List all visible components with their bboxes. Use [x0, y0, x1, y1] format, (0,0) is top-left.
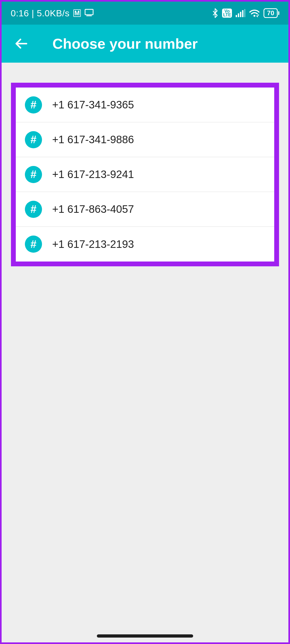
number-row[interactable]: # +1 617-863-4057 [16, 192, 274, 227]
hash-icon: # [25, 131, 42, 148]
device-frame: 0:16 | 5.0KB/s M Vo LTE [0, 0, 290, 644]
svg-rect-6 [244, 9, 245, 17]
svg-rect-2 [236, 15, 237, 17]
phone-number: +1 617-863-4057 [52, 203, 134, 215]
phone-number: +1 617-341-9365 [52, 99, 134, 111]
gmail-icon: M [73, 9, 81, 17]
hash-icon: # [25, 236, 42, 253]
number-list: # +1 617-341-9365 # +1 617-341-9886 # +1… [16, 88, 274, 262]
signal-icon [236, 9, 245, 17]
number-list-highlight: # +1 617-341-9365 # +1 617-341-9886 # +1… [11, 83, 279, 266]
volte-bottom: LTE [223, 13, 231, 17]
battery-pct: 70 [264, 8, 278, 18]
volte-icon: Vo LTE [222, 9, 232, 18]
content-spacer [2, 63, 288, 73]
phone-number: +1 617-213-2193 [52, 238, 134, 250]
hash-icon: # [25, 201, 42, 218]
wifi-icon [249, 9, 260, 17]
number-row[interactable]: # +1 617-341-9365 [16, 88, 274, 122]
number-row[interactable]: # +1 617-213-9241 [16, 157, 274, 192]
status-right: Vo LTE [212, 8, 279, 18]
status-left: 0:16 | 5.0KB/s M [11, 8, 94, 18]
status-bar: 0:16 | 5.0KB/s M Vo LTE [2, 2, 288, 25]
app-bar: Choose your number [2, 25, 288, 63]
arrow-left-icon [14, 36, 29, 51]
svg-rect-3 [238, 13, 239, 17]
gesture-nav-bar[interactable] [97, 634, 193, 638]
clock-text: 0:16 [11, 8, 29, 18]
net-speed-text: 5.0KB/s [37, 8, 70, 18]
battery-icon: 70 [264, 8, 279, 18]
status-time: 0:16 | 5.0KB/s [11, 8, 70, 18]
number-row[interactable]: # +1 617-213-2193 [16, 227, 274, 262]
phone-number: +1 617-341-9886 [52, 134, 134, 146]
page-title: Choose your number [52, 35, 198, 52]
hash-icon: # [25, 166, 42, 183]
bluetooth-icon [212, 8, 218, 18]
number-row[interactable]: # +1 617-341-9886 [16, 122, 274, 157]
svg-point-7 [254, 15, 255, 17]
svg-rect-5 [242, 10, 243, 17]
phone-number: +1 617-213-9241 [52, 168, 134, 180]
battery-tip [278, 11, 279, 15]
back-button[interactable] [12, 34, 31, 53]
status-sep: | [32, 8, 37, 18]
svg-rect-0 [85, 9, 93, 15]
svg-rect-4 [240, 12, 241, 17]
cast-icon [85, 9, 94, 18]
hash-icon: # [25, 96, 42, 113]
